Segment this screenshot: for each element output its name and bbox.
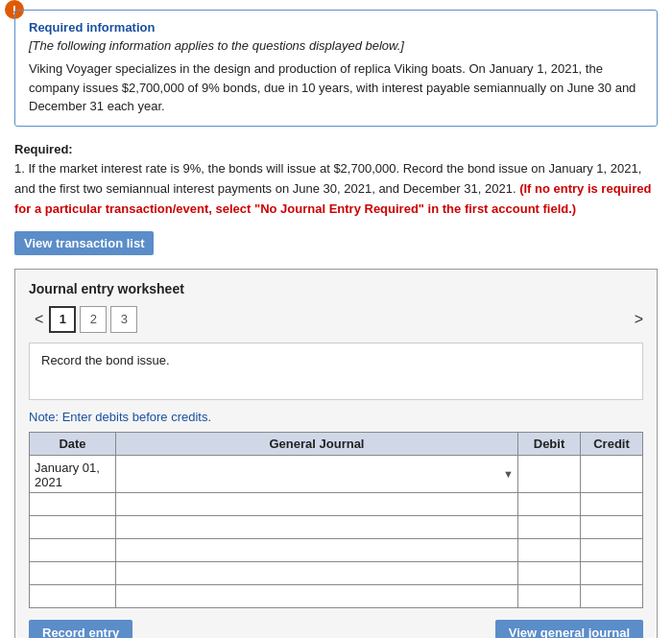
col-header-debit: Debit [518, 432, 581, 455]
date-cell-5 [30, 561, 116, 584]
journal-cell-4[interactable] [116, 538, 518, 561]
info-box-subtitle: [The following information applies to th… [29, 38, 643, 53]
table-row: January 01,2021 ▼ [30, 455, 643, 492]
required-number: 1. [14, 161, 25, 176]
table-row [30, 561, 643, 584]
table-row [30, 584, 643, 607]
record-entry-button[interactable]: Record entry [29, 620, 132, 638]
col-header-credit: Credit [581, 432, 643, 455]
worksheet-title: Journal entry worksheet [29, 281, 643, 296]
debit-cell-3[interactable] [518, 515, 581, 538]
tab-3[interactable]: 3 [110, 306, 137, 333]
tab-2[interactable]: 2 [80, 306, 107, 333]
credit-cell-2[interactable] [581, 492, 643, 515]
journal-table: Date General Journal Debit Credit Januar… [29, 432, 643, 608]
journal-cell-5[interactable] [116, 561, 518, 584]
journal-cell-3[interactable] [116, 515, 518, 538]
col-header-date: Date [30, 432, 116, 455]
date-cell-2 [30, 492, 116, 515]
debit-cell-1[interactable] [518, 455, 581, 492]
tab-nav-left[interactable]: < [29, 311, 49, 328]
info-box: Required information [The following info… [14, 10, 658, 127]
table-row [30, 538, 643, 561]
worksheet-container: Journal entry worksheet < 1 2 3 > Record… [14, 269, 658, 638]
date-cell-3 [30, 515, 116, 538]
debit-cell-5[interactable] [518, 561, 581, 584]
dropdown-arrow-icon: ▼ [503, 468, 514, 480]
date-cell-4 [30, 538, 116, 561]
tab-1[interactable]: 1 [49, 306, 76, 333]
journal-cell-1[interactable]: ▼ [116, 455, 518, 492]
debit-cell-4[interactable] [518, 538, 581, 561]
required-section: Required: 1. If the market interest rate… [14, 140, 658, 220]
credit-cell-5[interactable] [581, 561, 643, 584]
col-header-journal: General Journal [116, 432, 518, 455]
required-label: Required: [14, 142, 73, 156]
date-cell-6 [30, 584, 116, 607]
debit-cell-2[interactable] [518, 492, 581, 515]
date-cell-1: January 01,2021 [30, 455, 116, 492]
table-row [30, 515, 643, 538]
tab-nav-right[interactable]: > [635, 311, 643, 328]
journal-cell-6[interactable] [116, 584, 518, 607]
credit-cell-6[interactable] [581, 584, 643, 607]
journal-cell-2[interactable] [116, 492, 518, 515]
view-transaction-list-button[interactable]: View transaction list [14, 231, 154, 255]
view-general-journal-button[interactable]: View general journal [495, 620, 643, 638]
credit-cell-3[interactable] [581, 515, 643, 538]
tabs-row: < 1 2 3 > [29, 306, 643, 333]
debit-cell-6[interactable] [518, 584, 581, 607]
note-text: Note: Enter debits before credits. [29, 410, 643, 424]
info-box-body: Viking Voyager specializes in the design… [29, 59, 643, 116]
table-row [30, 492, 643, 515]
credit-cell-1[interactable] [581, 455, 643, 492]
credit-cell-4[interactable] [581, 538, 643, 561]
instruction-box: Record the bond issue. [29, 343, 643, 400]
info-box-title: Required information [29, 20, 643, 35]
